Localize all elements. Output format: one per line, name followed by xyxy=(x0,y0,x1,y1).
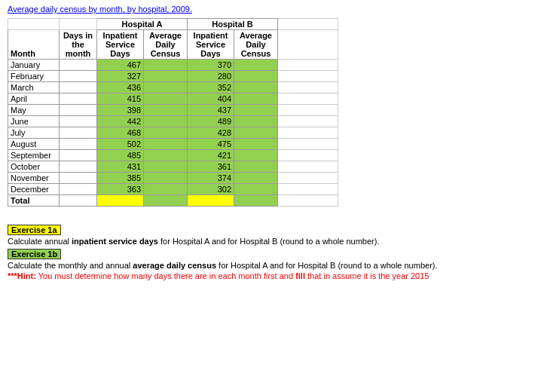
cell-isd-b: 280 xyxy=(188,71,234,82)
cell-isd-b: 370 xyxy=(188,60,234,71)
cell-extra xyxy=(278,139,338,150)
cell-month: January xyxy=(8,60,60,71)
cell-isd-b: 302 xyxy=(188,184,234,195)
corner-empty-1 xyxy=(8,19,60,30)
hospital-b-header: Hospital B xyxy=(188,19,278,30)
table-row: December363302 xyxy=(8,184,338,195)
cell-adc-b xyxy=(234,71,278,82)
table-row: October431361 xyxy=(8,161,338,173)
cell-adc-a xyxy=(144,60,188,71)
cell-isd-b: 428 xyxy=(188,127,234,139)
cell-adc-b xyxy=(234,173,278,184)
table-row: September485421 xyxy=(8,150,338,161)
cell-adc-b xyxy=(234,60,278,71)
total-adc-b xyxy=(234,195,278,207)
cell-days xyxy=(60,139,97,150)
cell-extra xyxy=(278,184,338,195)
col-days-header: Days in the month xyxy=(60,30,97,60)
cell-adc-b xyxy=(234,139,278,150)
cell-adc-a xyxy=(144,93,188,105)
cell-extra xyxy=(278,173,338,184)
exercise-1b-label: Exercise 1b xyxy=(8,249,61,259)
cell-extra xyxy=(278,150,338,161)
cell-isd-b: 352 xyxy=(188,82,234,93)
cell-adc-b xyxy=(234,127,278,139)
exercise-1a-text: Calculate annual inpatient service days … xyxy=(8,237,533,246)
extra-empty-1 xyxy=(278,19,338,30)
cell-adc-b xyxy=(234,150,278,161)
cell-days xyxy=(60,150,97,161)
cell-adc-a xyxy=(144,71,188,82)
cell-isd-b: 489 xyxy=(188,116,234,127)
cell-adc-a xyxy=(144,116,188,127)
cell-isd-a: 398 xyxy=(97,105,144,116)
exercise-1a-section: Exercise 1a Calculate annual inpatient s… xyxy=(8,225,533,246)
cell-adc-a xyxy=(144,105,188,116)
cell-days xyxy=(60,60,97,71)
cell-month: July xyxy=(8,127,60,139)
total-label: Total xyxy=(8,195,60,207)
table-row: January467370 xyxy=(8,60,338,71)
cell-month: May xyxy=(8,105,60,116)
cell-isd-a: 485 xyxy=(97,150,144,161)
total-row: Total xyxy=(8,195,338,207)
cell-month: September xyxy=(8,150,60,161)
cell-month: October xyxy=(8,161,60,173)
cell-isd-b: 421 xyxy=(188,150,234,161)
cell-adc-b xyxy=(234,105,278,116)
total-isd-b xyxy=(188,195,234,207)
cell-isd-b: 437 xyxy=(188,105,234,116)
cell-isd-a: 363 xyxy=(97,184,144,195)
cell-isd-a: 385 xyxy=(97,173,144,184)
extra-header-empty xyxy=(278,30,338,60)
total-extra xyxy=(278,195,338,207)
table-row: February327280 xyxy=(8,71,338,82)
cell-month: February xyxy=(8,71,60,82)
table-row: March436352 xyxy=(8,82,338,93)
cell-adc-a xyxy=(144,161,188,173)
cell-month: November xyxy=(8,173,60,184)
table-row: May398437 xyxy=(8,105,338,116)
col-isd-a-header: Inpatient Service Days xyxy=(97,30,144,60)
col-adc-b-header: Average Daily Census xyxy=(234,30,278,60)
cell-adc-b xyxy=(234,93,278,105)
total-isd-a xyxy=(97,195,144,207)
exercise-1a-label: Exercise 1a xyxy=(8,225,61,235)
cell-days xyxy=(60,82,97,93)
cell-extra xyxy=(278,93,338,105)
col-month-header: Month xyxy=(8,30,60,60)
table-row: November385374 xyxy=(8,173,338,184)
cell-month: April xyxy=(8,93,60,105)
cell-isd-a: 327 xyxy=(97,71,144,82)
hint-text: ***Hint: You must determine how many day… xyxy=(8,271,533,280)
cell-extra xyxy=(278,105,338,116)
cell-adc-b xyxy=(234,82,278,93)
cell-adc-a xyxy=(144,150,188,161)
col-isd-b-header: Inpatient Service Days xyxy=(188,30,234,60)
cell-isd-a: 431 xyxy=(97,161,144,173)
table-row: August502475 xyxy=(8,139,338,150)
cell-isd-a: 502 xyxy=(97,139,144,150)
main-page: Average daily census by month, by hospit… xyxy=(0,0,541,285)
cell-isd-a: 415 xyxy=(97,93,144,105)
cell-days xyxy=(60,93,97,105)
cell-adc-b xyxy=(234,116,278,127)
exercise-1b-text: Calculate the monthly and annual average… xyxy=(8,261,533,270)
cell-extra xyxy=(278,161,338,173)
cell-extra xyxy=(278,71,338,82)
cell-days xyxy=(60,71,97,82)
cell-extra xyxy=(278,82,338,93)
cell-days xyxy=(60,161,97,173)
cell-adc-a xyxy=(144,139,188,150)
cell-extra xyxy=(278,60,338,71)
cell-isd-a: 436 xyxy=(97,82,144,93)
cell-days xyxy=(60,127,97,139)
col-adc-a-header: Average Daily Census xyxy=(144,30,188,60)
cell-adc-b xyxy=(234,184,278,195)
cell-isd-a: 442 xyxy=(97,116,144,127)
cell-adc-a xyxy=(144,184,188,195)
cell-isd-b: 361 xyxy=(188,161,234,173)
cell-days xyxy=(60,105,97,116)
cell-isd-a: 467 xyxy=(97,60,144,71)
table-row: July468428 xyxy=(8,127,338,139)
